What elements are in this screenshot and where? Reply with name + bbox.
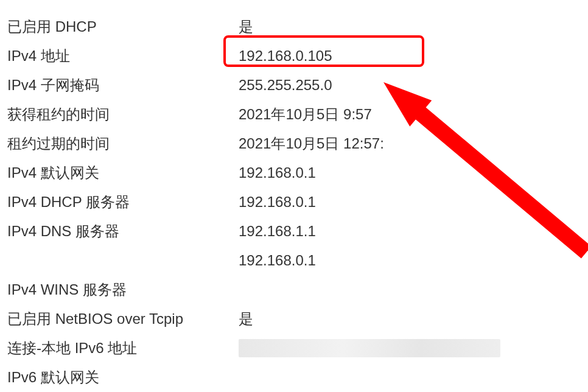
property-row: 租约过期的时间2021年10月5日 12:57: [7, 129, 588, 158]
property-label: IPv4 DHCP 服务器 [7, 187, 239, 217]
property-value: 是 [239, 304, 253, 334]
property-label: 已启用 DHCP [7, 12, 239, 41]
property-row: 已启用 DHCP是 [7, 12, 588, 41]
property-row: IPv4 子网掩码255.255.255.0 [7, 71, 588, 100]
property-value [239, 339, 500, 357]
property-value: 2021年10月5日 9:57 [239, 100, 372, 129]
property-label: IPv4 WINS 服务器 [7, 275, 239, 304]
property-label: IPv4 子网掩码 [7, 71, 239, 100]
property-value: 192.168.0.105 [239, 41, 332, 71]
property-value: 192.168.1.1 [239, 217, 316, 246]
property-value: 2021年10月5日 12:57: [239, 129, 384, 158]
property-row: IPv4 默认网关192.168.0.1 [7, 158, 588, 187]
property-label: IPv4 地址 [7, 41, 239, 71]
property-row: 获得租约的时间2021年10月5日 9:57 [7, 100, 588, 129]
property-label: IPv6 默认网关 [7, 363, 239, 392]
property-label: IPv4 DNS 服务器 [7, 217, 239, 246]
property-value: 是 [239, 12, 253, 41]
property-row: IPv4 地址192.168.0.105 [7, 41, 588, 71]
property-value: 192.168.0.1 [239, 246, 316, 275]
property-row: 连接-本地 IPv6 地址 [7, 334, 588, 363]
property-label: 连接-本地 IPv6 地址 [7, 334, 239, 363]
redacted-value [239, 339, 500, 357]
property-row: IPv6 默认网关 [7, 363, 588, 392]
property-value: 255.255.255.0 [239, 71, 332, 100]
property-label: 获得租约的时间 [7, 100, 239, 129]
property-row: IPv4 WINS 服务器 [7, 275, 588, 304]
network-details-list: 已启用 DHCP是IPv4 地址192.168.0.105IPv4 子网掩码25… [7, 12, 588, 392]
property-row: IPv4 DNS 服务器192.168.1.1 [7, 217, 588, 246]
property-value: 192.168.0.1 [239, 187, 316, 217]
property-value: 192.168.0.1 [239, 158, 316, 187]
property-label: 租约过期的时间 [7, 129, 239, 158]
property-label: IPv4 默认网关 [7, 158, 239, 187]
property-row: IPv4 DHCP 服务器192.168.0.1 [7, 187, 588, 217]
property-row: 已启用 NetBIOS over Tcpip是 [7, 304, 588, 334]
property-row: 192.168.0.1 [7, 246, 588, 275]
property-label: 已启用 NetBIOS over Tcpip [7, 304, 239, 334]
